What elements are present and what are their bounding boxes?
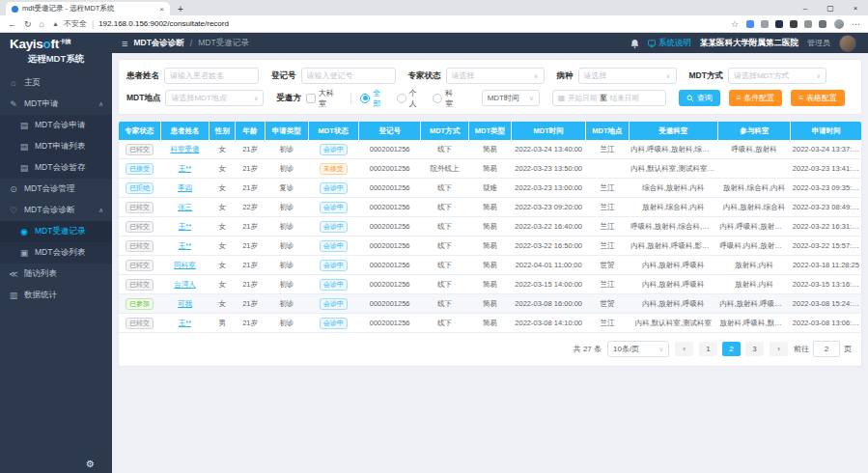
prev-page-button[interactable]: ‹	[675, 342, 693, 356]
browser-home-icon[interactable]: ⌂	[40, 19, 44, 29]
extension-icon[interactable]	[761, 20, 769, 28]
table-row[interactable]: 已转交王**女21岁初诊会诊中0002001256线下简易2022-03-22 …	[119, 217, 861, 236]
system-help-link[interactable]: 系统说明	[648, 38, 691, 49]
sidebar-item-home[interactable]: ⌂主页	[0, 72, 112, 94]
reg-no-input[interactable]	[301, 68, 396, 84]
reload-icon[interactable]: ↻	[24, 19, 32, 29]
topbar: ≡ MDT会诊诊断 / MDT受邀记录 系统说明 某某医科大学附属第二医院 管理…	[112, 33, 868, 53]
sidebar-toggle-icon[interactable]: ≡	[122, 38, 127, 49]
dept-group-checkbox[interactable]: 大科室	[306, 88, 341, 109]
patient-name-link[interactable]: 王**	[179, 319, 191, 327]
radio-icon	[360, 94, 370, 103]
table-row[interactable]: 已接受王**女21岁初诊未接受0002001256院外线上简易2022-03-2…	[119, 159, 861, 179]
expert-status-select[interactable]: 请选择∨	[446, 68, 545, 84]
browser-tab[interactable]: mdt受邀记录 - 远程MDT系统 ×	[6, 2, 170, 15]
goto-page-input[interactable]	[813, 341, 840, 357]
patient-name-link[interactable]: 王**	[179, 222, 191, 231]
patient-name-input[interactable]	[164, 68, 259, 84]
column-header: 参与科室	[717, 122, 790, 140]
browser-profile-avatar[interactable]	[834, 19, 844, 29]
patient-name-link[interactable]: 科室受邀	[170, 145, 199, 153]
invitee-radio-dept[interactable]: 科室	[433, 88, 460, 109]
new-tab-button[interactable]: +	[178, 4, 183, 14]
favorites-star-icon[interactable]: ☆	[731, 19, 739, 29]
filter-row-1: 患者姓名 登记号 专家状态 请选择∨ 病种	[126, 65, 854, 87]
extension-icon[interactable]	[746, 20, 754, 28]
mdt-place-select[interactable]: 请选择MDT地点∨	[165, 90, 264, 106]
sidebar-item-mdt-apply-list[interactable]: ▤MDT申请列表	[0, 136, 112, 157]
patient-name-link[interactable]: 可我	[178, 299, 192, 308]
disease-select[interactable]: 请选择∨	[578, 68, 677, 84]
extension-icon[interactable]	[804, 20, 812, 28]
browser-address-bar: ← ↻ ⌂ ▲ 不安全 | 192.168.0.156:9002/consult…	[0, 15, 868, 33]
table-row[interactable]: 已转交张三女22岁初诊会诊中0002001256线下简易2022-03-23 0…	[119, 198, 861, 217]
table-row[interactable]: 已转交王**男21岁初诊会诊中0002001256线下简易2022-03-08 …	[119, 314, 861, 333]
url-box[interactable]: ▲ 不安全 | 192.168.0.156:9002/consultate/re…	[52, 18, 229, 29]
patient-name-link[interactable]: 台湾人	[174, 280, 196, 289]
sidebar-item-mdt-manage[interactable]: ⊙MDT会诊管理	[0, 179, 112, 200]
maximize-button[interactable]: ▢	[818, 0, 843, 15]
column-header: 申请类型	[265, 122, 308, 140]
page-button-1[interactable]: 1	[699, 342, 717, 356]
table-row[interactable]: 已转交王**女21岁初诊会诊中0002001256线下简易2022-03-22 …	[119, 236, 861, 256]
settings-gear-icon[interactable]: ⚙	[86, 459, 95, 469]
minimize-button[interactable]: –	[793, 0, 818, 15]
invitee-radio-all[interactable]: 全部	[360, 88, 387, 109]
sidebar-item-mdt-consult-list[interactable]: ▣MDT会诊列表	[0, 242, 112, 264]
sidebar-item-follow-list[interactable]: ≪随访列表	[0, 264, 112, 285]
sidebar-nav: ⌂主页✎MDT申请∧▤MDT会诊申请▤MDT申请列表▤MDT会诊暂存⊙MDT会诊…	[0, 72, 112, 306]
expert-status-tag: 已转交	[126, 240, 154, 252]
breadcrumb-separator: /	[190, 39, 192, 48]
table-row[interactable]: 已转交台湾人女21岁初诊会诊中0002001256线下简易2022-03-15 …	[119, 275, 861, 294]
url-text: 192.168.0.156:9002/consultate/record	[98, 19, 229, 28]
sidebar-item-mdt-diagnose[interactable]: ♡MDT会诊诊断∧	[0, 200, 112, 221]
sidebar-item-mdt-apply[interactable]: ✎MDT申请∧	[0, 94, 112, 115]
table-row[interactable]: 已转交同科室女21岁初诊会诊中0002001256线下简易2022-04-01 …	[119, 256, 861, 275]
table-header-row: 专家状态患者姓名性别年龄申请类型MDT状态登记号MDT方式MDT类型MDT时间M…	[119, 122, 861, 140]
patient-name-link[interactable]: 李四	[178, 183, 192, 192]
date-range-picker[interactable]: ▦ 开始日期 至 结束日期	[552, 90, 666, 106]
close-button[interactable]: ×	[843, 0, 868, 15]
patient-name-link[interactable]: 同科室	[174, 261, 196, 269]
breadcrumb-parent[interactable]: MDT会诊诊断	[133, 38, 183, 49]
back-icon[interactable]: ←	[8, 19, 16, 29]
mdt-status-tag: 会诊中	[320, 182, 348, 194]
condition-config-button[interactable]: ≡ 条件配置	[729, 90, 783, 106]
extension-icon[interactable]	[775, 20, 783, 28]
sidebar-item-mdt-invite-record[interactable]: ◉MDT受邀记录	[0, 221, 112, 242]
table-row[interactable]: 已拒绝李四女21岁复诊会诊中0002001256线下疑难2022-03-23 1…	[119, 179, 861, 198]
extension-icon[interactable]	[790, 20, 798, 28]
filter-panel: 患者姓名 登记号 专家状态 请选择∨ 病种	[118, 59, 862, 115]
bell-icon[interactable]	[630, 39, 639, 48]
patient-name-link[interactable]: 王**	[179, 164, 191, 173]
edit-icon: ✎	[9, 99, 18, 109]
page-size-select[interactable]: 10条/页∨	[607, 341, 669, 357]
page-button-3[interactable]: 3	[745, 342, 764, 356]
breadcrumb-current: MDT受邀记录	[198, 38, 248, 49]
filter-time: MDT时间∨	[482, 90, 540, 106]
tab-close-icon[interactable]: ×	[159, 5, 164, 14]
home-icon: ⌂	[9, 78, 18, 88]
sidebar-item-mdt-consult-apply[interactable]: ▤MDT会诊申请	[0, 115, 112, 136]
sidebar-item-mdt-consult-draft[interactable]: ▤MDT会诊暂存	[0, 157, 112, 179]
search-button[interactable]: 查询	[679, 90, 720, 106]
divider	[350, 93, 351, 104]
sidebar-item-data-stats[interactable]: ▥数据统计	[0, 285, 112, 306]
time-field-select[interactable]: MDT时间∨	[482, 90, 540, 106]
next-page-button[interactable]: ›	[770, 342, 788, 356]
extension-icon[interactable]	[819, 20, 826, 28]
page-button-2[interactable]: 2	[722, 342, 741, 356]
table-row[interactable]: 已转交科室受邀女21岁初诊会诊中0002001256线下简易2022-03-24…	[119, 140, 861, 159]
patient-name-link[interactable]: 张三	[178, 203, 192, 211]
table-config-button[interactable]: ≡ 表格配置	[791, 90, 845, 106]
filter-invitee: 受邀方 大科室 全部个人科室	[276, 88, 468, 109]
table-row[interactable]: 已参加可我女21岁初诊会诊中0002001256线下简易2022-03-08 1…	[119, 294, 861, 314]
column-header: 患者姓名	[160, 122, 210, 140]
user-avatar[interactable]	[839, 35, 856, 52]
mdt-status-tag: 会诊中	[320, 298, 348, 310]
chevron-down-icon: ∨	[534, 72, 539, 80]
mdt-mode-select[interactable]: 请选择MDT方式∨	[728, 68, 826, 84]
patient-name-link[interactable]: 王**	[179, 241, 191, 250]
more-menu-icon[interactable]: ⋯	[852, 19, 860, 29]
invitee-radio-personal[interactable]: 个人	[397, 88, 424, 109]
